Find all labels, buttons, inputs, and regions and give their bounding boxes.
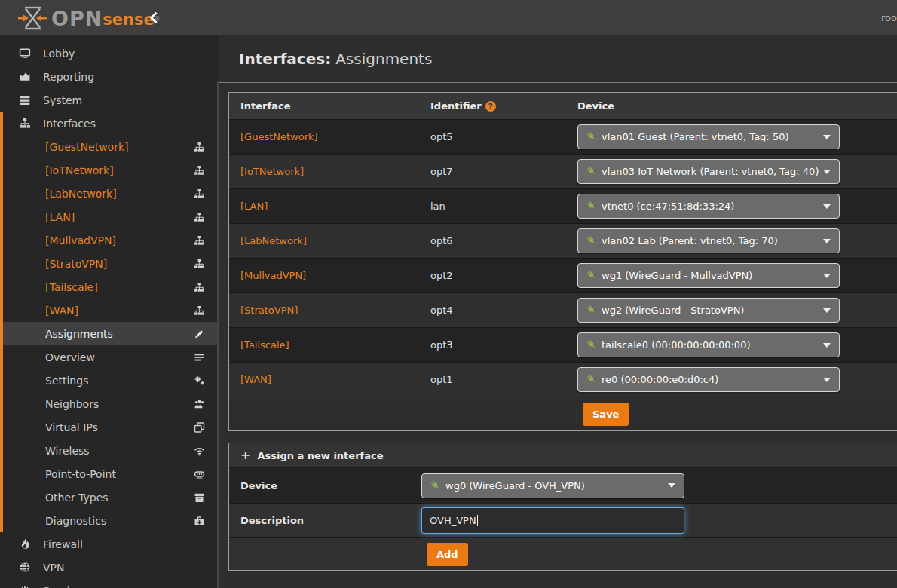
device-select[interactable]: vtnet0 (ce:47:51:8d:33:24) <box>577 194 840 219</box>
sitemap-icon <box>194 142 205 152</box>
plug-icon <box>586 235 596 247</box>
globe-icon <box>18 562 32 573</box>
plug-icon <box>430 479 440 493</box>
sidebar-item-lan[interactable]: [LAN] <box>3 205 219 228</box>
sidebar-item-diagnostics[interactable]: Diagnostics <box>3 509 219 532</box>
caret-down-icon <box>823 239 831 243</box>
device-select[interactable]: vlan01 Guest (Parent: vtnet0, Tag: 50) <box>577 124 840 149</box>
caret-down-icon <box>823 135 831 139</box>
table-row: [Tailscale] opt3 tailscale0 (00:00:00:00… <box>229 327 897 362</box>
plug-icon <box>586 339 596 351</box>
gears-icon <box>194 375 205 386</box>
device-field-label: Device <box>229 480 421 492</box>
assign-panel-header[interactable]: + Assign a new interface <box>229 443 897 467</box>
sidebar-item-reporting[interactable]: Reporting <box>0 65 219 88</box>
sidebar-item-tailscale[interactable]: [Tailscale] <box>3 275 219 299</box>
device-select[interactable]: vlan03 IoT Network (Parent: vtnet0, Tag:… <box>577 159 840 184</box>
identifier-value: opt7 <box>430 166 453 177</box>
add-button[interactable]: Add <box>427 543 468 566</box>
sidebar-item-wireless[interactable]: Wireless <box>3 439 219 462</box>
table-row: [WAN] opt1 re0 (00:00:00:e0:d0:c4) <box>229 362 897 397</box>
plug-icon <box>586 166 596 178</box>
sidebar-item-settings[interactable]: Settings <box>3 369 219 392</box>
sidebar-item-labnetwork[interactable]: [LabNetwork] <box>3 182 219 205</box>
interface-link[interactable]: [StratoVPN] <box>240 305 298 316</box>
sidebar-item-firewall[interactable]: Firewall <box>0 532 219 556</box>
identifier-value: opt6 <box>430 235 453 247</box>
new-device-select[interactable]: wg0 (WireGuard - OVH_VPN) <box>421 473 684 498</box>
col-header-interface: Interface <box>229 100 430 112</box>
plug-icon <box>586 270 596 282</box>
medkit-icon <box>194 516 205 526</box>
sidebar-item-vpn[interactable]: VPN <box>0 556 219 579</box>
sidebar-item-neighbors[interactable]: Neighbors <box>3 392 219 415</box>
device-select[interactable]: wg1 (WireGuard - MullvadVPN) <box>577 263 840 288</box>
device-select[interactable]: re0 (00:00:00:e0:d0:c4) <box>577 367 840 392</box>
description-input[interactable]: OVH_VPN <box>421 507 684 534</box>
interface-link[interactable]: [IoTNetwork] <box>240 166 304 177</box>
sitemap-icon <box>18 118 32 129</box>
interfaces-section: Interfaces [GuestNetwork] [IoTNetwork] [… <box>0 112 219 532</box>
users-icon <box>194 399 205 409</box>
identifier-value: opt3 <box>430 339 453 351</box>
sidebar-item-assignments[interactable]: Assignments <box>3 322 219 345</box>
table-row: [GuestNetwork] opt5 vlan01 Guest (Parent… <box>229 119 897 154</box>
list-icon <box>194 352 205 363</box>
sidebar-item-other-types[interactable]: Other Types <box>3 485 219 509</box>
interface-link[interactable]: [LAN] <box>240 201 268 212</box>
device-select[interactable]: vlan02 Lab (Parent: vtnet0, Tag: 70) <box>577 228 840 253</box>
sidebar-item-iotnetwork[interactable]: [IoTNetwork] <box>3 158 219 182</box>
interface-link[interactable]: [MullvadVPN] <box>240 270 306 281</box>
sidebar-item-services[interactable]: Services <box>0 579 219 588</box>
server-icon <box>18 94 32 106</box>
gear-icon <box>18 585 32 588</box>
plug-icon <box>586 201 596 213</box>
assignments-table: Interface Identifier? Device [GuestNetwo… <box>228 92 897 431</box>
interface-link[interactable]: [GuestNetwork] <box>240 131 318 142</box>
interface-link[interactable]: [LabNetwork] <box>240 235 307 247</box>
caret-down-icon <box>823 170 831 174</box>
sidebar-item-mullvadvpn[interactable]: [MullvadVPN] <box>3 228 219 252</box>
help-icon[interactable]: ? <box>485 101 496 112</box>
sidebar-item-point-to-point[interactable]: Point-to-Point <box>3 462 219 485</box>
sitemap-icon <box>194 188 205 199</box>
area-chart-icon <box>18 71 32 82</box>
opnsense-logo-icon <box>18 5 47 31</box>
sitemap-icon <box>194 259 205 269</box>
interface-link[interactable]: [Tailscale] <box>240 339 289 351</box>
sidebar-item-interfaces[interactable]: Interfaces <box>3 112 219 135</box>
caret-down-icon <box>823 378 831 382</box>
interface-link[interactable]: [WAN] <box>240 374 271 385</box>
sidebar-item-stratovpn[interactable]: [StratoVPN] <box>3 252 219 275</box>
table-header-row: Interface Identifier? Device <box>229 93 897 119</box>
sidebar-item-system[interactable]: System <box>0 88 219 112</box>
assign-add-row: Add <box>229 537 897 570</box>
assign-description-row: Description OVH_VPN <box>229 503 897 537</box>
sidebar-item-overview[interactable]: Overview <box>3 345 219 369</box>
logged-in-user: roo <box>881 12 897 23</box>
device-select[interactable]: wg2 (WireGuard - StratoVPN) <box>577 298 840 323</box>
sidebar-collapse-button[interactable] <box>148 12 159 23</box>
plug-icon <box>586 374 596 386</box>
assign-panel-title: Assign a new interface <box>257 450 383 461</box>
plus-icon: + <box>240 449 250 461</box>
sidebar-nav: Lobby Reporting System Interfaces [Guest… <box>0 35 219 588</box>
opnsense-logo[interactable]: OPNsense® <box>18 5 161 32</box>
sitemap-icon <box>194 235 205 246</box>
caret-down-icon <box>823 274 831 278</box>
sitemap-icon <box>194 305 205 316</box>
identifier-value: opt2 <box>430 270 453 281</box>
device-select[interactable]: tailscale0 (00:00:00:00:00:00) <box>577 332 840 357</box>
sidebar-item-wan[interactable]: [WAN] <box>3 299 219 322</box>
sitemap-icon <box>194 212 205 222</box>
sidebar-item-guestnetwork[interactable]: [GuestNetwork] <box>3 135 219 158</box>
table-row: [StratoVPN] opt4 wg2 (WireGuard - Strato… <box>229 292 897 327</box>
top-bar: OPNsense® roo <box>0 0 897 35</box>
identifier-value: opt5 <box>430 131 453 142</box>
sidebar-item-virtual-ips[interactable]: Virtual IPs <box>3 415 219 439</box>
sidebar-item-lobby[interactable]: Lobby <box>0 41 219 65</box>
description-input-value: OVH_VPN <box>430 515 476 526</box>
save-button[interactable]: Save <box>583 403 629 426</box>
assign-new-interface-panel: + Assign a new interface Device wg0 (Wir… <box>228 443 897 571</box>
wifi-icon <box>194 446 205 456</box>
